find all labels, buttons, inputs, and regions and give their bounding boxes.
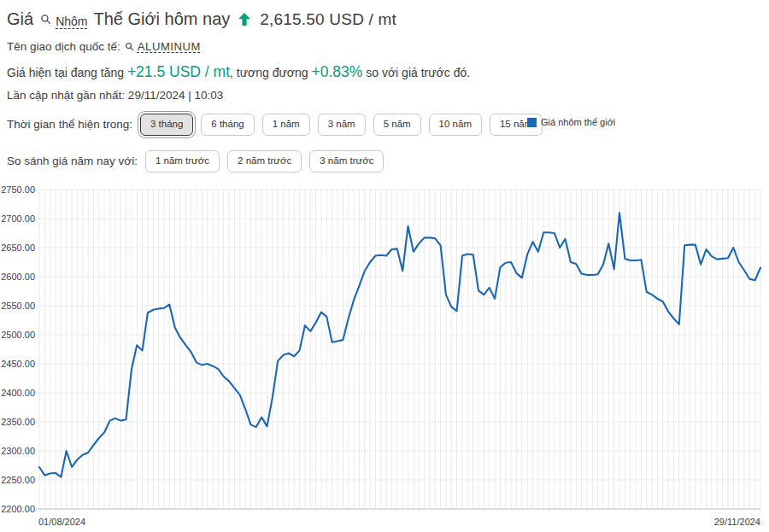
change-percent: +0.83% — [312, 63, 363, 81]
last-updated: Lần cập nhật gần nhất: 29/11/2024 | 10:0… — [7, 89, 223, 102]
page-title: Giá Nhôm Thế Giới hôm nay 2,615.50 USD /… — [7, 9, 396, 29]
y-axis-label: 2750.00 — [1, 184, 35, 195]
y-axis-label: 2350.00 — [1, 417, 35, 427]
y-axis-label: 2250.00 — [1, 475, 35, 485]
chart-legend-item[interactable]: Giá nhôm thế giới — [527, 117, 615, 127]
intl-label: Tên giao dịch quốc tế: — [7, 40, 120, 53]
price-chart[interactable]: 2200.002250.002300.002350.002400.002450.… — [0, 179, 769, 532]
period-button[interactable]: 10 năm — [429, 114, 482, 136]
search-icon — [40, 14, 51, 25]
commodity-term[interactable]: Nhôm — [56, 15, 87, 28]
change-suffix: so với giá trước đó. — [366, 66, 470, 79]
title-suffix: Thế Giới hôm nay — [93, 9, 230, 29]
y-axis-label: 2450.00 — [1, 359, 35, 369]
change-prefix: Giá hiện tại đang tăng — [7, 66, 124, 79]
search-icon — [125, 42, 134, 51]
title-prefix: Giá — [7, 9, 33, 29]
period-button[interactable]: 3 năm — [318, 114, 366, 136]
x-axis-label-end: 29/11/2024 — [714, 517, 760, 527]
legend-label: Giá nhôm thế giới — [541, 117, 615, 127]
legend-swatch — [527, 118, 537, 127]
y-axis-label: 2700.00 — [1, 213, 35, 224]
current-price: 2,615.50 USD / mt — [260, 10, 396, 29]
intl-trade-name-row: Tên giao dịch quốc tế: ALUMINUM — [7, 40, 201, 53]
period-selector-row: Thời gian thể hiện trong: 3 tháng6 tháng… — [7, 114, 550, 136]
intl-name[interactable]: ALUMINUM — [138, 40, 201, 53]
y-axis-label: 2400.00 — [1, 388, 35, 398]
period-button[interactable]: 5 năm — [373, 114, 421, 136]
period-selector-label: Thời gian thể hiện trong: — [7, 118, 132, 131]
compare-selector-label: So sánh giá năm nay với: — [7, 155, 138, 167]
compare-selector-row: So sánh giá năm nay với: 1 năm trước2 nă… — [7, 150, 391, 172]
price-chart-svg: 2200.002250.002300.002350.002400.002450.… — [0, 179, 769, 532]
compare-button[interactable]: 2 năm trước — [227, 150, 302, 172]
y-axis-label: 2300.00 — [1, 446, 35, 456]
y-axis-label: 2650.00 — [1, 243, 35, 253]
y-axis-label: 2550.00 — [1, 301, 35, 311]
period-button[interactable]: 1 năm — [262, 114, 310, 136]
change-amount: +21.5 USD / mt — [127, 63, 230, 81]
compare-button[interactable]: 3 năm trước — [309, 150, 384, 172]
y-axis-label: 2200.00 — [1, 504, 35, 514]
change-mid: , tương đương — [230, 66, 308, 79]
price-up-arrow-icon — [238, 13, 250, 26]
period-buttons: 3 tháng6 tháng1 năm3 năm5 năm10 năm15 nă… — [140, 114, 550, 136]
period-button[interactable]: 3 tháng — [140, 114, 193, 136]
page-root: Giá Nhôm Thế Giới hôm nay 2,615.50 USD /… — [0, 0, 769, 532]
compare-buttons: 1 năm trước2 năm trước3 năm trước — [145, 150, 392, 172]
period-button[interactable]: 6 tháng — [201, 114, 254, 136]
x-axis-label-start: 01/08/2024 — [38, 517, 85, 527]
y-axis-label: 2600.00 — [1, 272, 35, 282]
y-axis-label: 2500.00 — [1, 330, 35, 340]
price-change-summary: Giá hiện tại đang tăng +21.5 USD / mt, t… — [7, 63, 470, 81]
compare-button[interactable]: 1 năm trước — [145, 150, 220, 172]
